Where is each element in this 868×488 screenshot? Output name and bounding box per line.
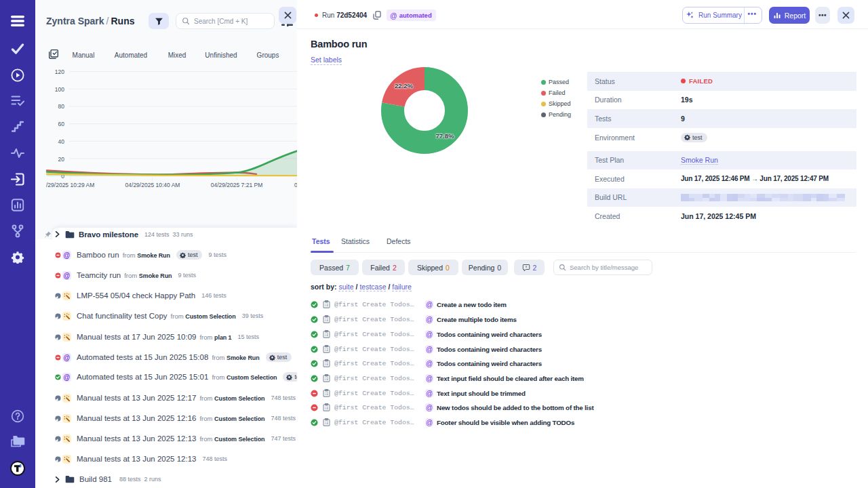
svg-text:120: 120 [55, 68, 64, 75]
svg-text:04/29/2025 10:40 AM: 04/29/2025 10:40 AM [125, 182, 180, 188]
svg-text:20: 20 [58, 156, 65, 163]
svg-text:40: 40 [58, 138, 65, 145]
svg-text:04/29/2025 7:21 PM: 04/29/2025 7:21 PM [211, 182, 263, 188]
svg-text:100: 100 [55, 86, 64, 93]
svg-text:/29/2025 10:29 AM: /29/2025 10:29 AM [46, 182, 94, 188]
svg-text:22.2%: 22.2% [395, 82, 413, 89]
svg-text:80: 80 [58, 103, 65, 110]
svg-text:60: 60 [58, 121, 65, 127]
svg-text:77.8%: 77.8% [436, 132, 454, 140]
